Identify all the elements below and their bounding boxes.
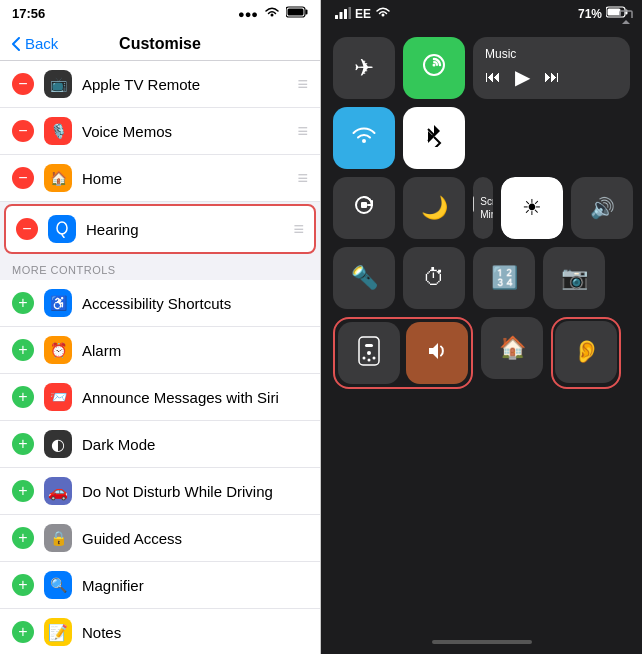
accessibility-label: Accessibility Shortcuts <box>82 295 308 312</box>
svg-rect-6 <box>344 9 347 19</box>
list-item-notes[interactable]: + 📝 Notes <box>0 609 320 654</box>
add-magnifier-button[interactable]: + <box>12 574 34 596</box>
remove-voice-memos-button[interactable]: − <box>12 120 34 142</box>
dnd-tile[interactable]: 🌙 <box>403 177 465 239</box>
volume-tile[interactable]: 🔊 <box>571 177 633 239</box>
list-item-magnifier[interactable]: + 🔍 Magnifier <box>0 562 320 609</box>
list-item-dark-mode[interactable]: + ◐ Dark Mode <box>0 421 320 468</box>
svg-rect-4 <box>335 15 338 19</box>
back-button[interactable]: Back <box>12 35 58 52</box>
play-icon[interactable]: ▶ <box>515 65 530 89</box>
drag-handle-home[interactable]: ≡ <box>297 168 308 189</box>
svg-point-23 <box>368 358 371 361</box>
svg-rect-1 <box>306 10 308 15</box>
drag-handle-apple-tv[interactable]: ≡ <box>297 74 308 95</box>
add-guided-access-button[interactable]: + <box>12 527 34 549</box>
cc-row-4: 🏠 👂 <box>333 317 630 389</box>
list-item-alarm[interactable]: + ⏰ Alarm <box>0 327 320 374</box>
list-item-apple-tv[interactable]: − 📺 Apple TV Remote ≡ <box>0 61 320 108</box>
bluetooth-tile[interactable] <box>403 107 465 169</box>
notes-icon: 📝 <box>44 618 72 646</box>
calculator-icon: 🔢 <box>491 265 518 291</box>
screen-mirroring-tile[interactable]: ScreenMirroring <box>473 177 493 239</box>
more-controls-list: + ♿ Accessibility Shortcuts + ⏰ Alarm + … <box>0 280 320 654</box>
airplane-tile[interactable]: ✈ <box>333 37 395 99</box>
tv-remote-icon <box>358 336 380 371</box>
hearing-icon <box>48 215 76 243</box>
add-alarm-button[interactable]: + <box>12 339 34 361</box>
apple-tv-icon: 📺 <box>44 70 72 98</box>
guided-access-label: Guided Access <box>82 530 308 547</box>
wifi-tile[interactable] <box>333 107 395 169</box>
hearing-highlight: 👂 <box>551 317 621 389</box>
carrier-label: EE <box>355 7 371 21</box>
dnd-driving-label: Do Not Disturb While Driving <box>82 483 308 500</box>
torch-tile[interactable]: 🔦 <box>333 247 395 309</box>
alarm-icon: ⏰ <box>44 336 72 364</box>
svg-rect-16 <box>361 202 367 208</box>
drag-handle-hearing[interactable]: ≡ <box>293 219 304 240</box>
more-controls-header: MORE CONTROLS <box>0 256 320 280</box>
list-item-accessibility[interactable]: + ♿ Accessibility Shortcuts <box>0 280 320 327</box>
list-item-home[interactable]: − 🏠 Home ≡ <box>0 155 320 202</box>
cc-row-3: 🔦 ⏱ 🔢 📷 <box>333 247 630 309</box>
add-accessibility-button[interactable]: + <box>12 292 34 314</box>
svg-rect-5 <box>340 12 343 19</box>
home-icon: 🏠 <box>44 164 72 192</box>
svg-point-20 <box>367 351 371 355</box>
home-tile[interactable]: 🏠 <box>481 317 543 379</box>
dnd-icon: 🌙 <box>421 195 448 221</box>
cellular-tile[interactable] <box>403 37 465 99</box>
remove-apple-tv-button[interactable]: − <box>12 73 34 95</box>
add-dnd-driving-button[interactable]: + <box>12 480 34 502</box>
nav-bar: Back Customise <box>0 27 320 61</box>
list-item-voice-memos[interactable]: − 🎙️ Voice Memos ≡ <box>0 108 320 155</box>
home-indicator <box>432 640 532 644</box>
list-item-guided-access[interactable]: + 🔒 Guided Access <box>0 515 320 562</box>
music-tile[interactable]: Music ⏮ ▶ ⏭ <box>473 37 630 99</box>
svg-rect-19 <box>365 344 373 347</box>
hearing-tile[interactable]: 👂 <box>555 321 617 383</box>
sound-recognition-tile[interactable] <box>406 322 468 384</box>
list-item-dnd-driving[interactable]: + 🚗 Do Not Disturb While Driving <box>0 468 320 515</box>
next-track-icon[interactable]: ⏭ <box>544 68 560 86</box>
highlighted-group <box>333 317 473 389</box>
add-announce-button[interactable]: + <box>12 386 34 408</box>
drag-handle-voice-memos[interactable]: ≡ <box>297 121 308 142</box>
magnifier-label: Magnifier <box>82 577 308 594</box>
right-panel: EE 71% ✈ <box>321 0 642 654</box>
wifi-right-icon <box>375 6 391 21</box>
battery-icon <box>286 6 308 21</box>
list-item-announce[interactable]: + 📨 Announce Messages with Siri <box>0 374 320 421</box>
remove-hearing-button[interactable]: − <box>16 218 38 240</box>
rotation-lock-tile[interactable] <box>333 177 395 239</box>
dark-mode-icon: ◐ <box>44 430 72 458</box>
volume-icon: 🔊 <box>590 196 615 220</box>
control-center-grid: ✈ <box>321 27 642 634</box>
timer-tile[interactable]: ⏱ <box>403 247 465 309</box>
remove-home-button[interactable]: − <box>12 167 34 189</box>
alarm-label: Alarm <box>82 342 308 359</box>
add-notes-button[interactable]: + <box>12 621 34 643</box>
tv-remote-tile[interactable] <box>338 322 400 384</box>
left-panel: 17:56 ●●● Back Customise − 📺 Apple TV Re… <box>0 0 321 654</box>
wifi-icon <box>264 6 280 21</box>
add-dark-mode-button[interactable]: + <box>12 433 34 455</box>
home-tile-icon: 🏠 <box>499 335 526 361</box>
time: 17:56 <box>12 6 45 21</box>
screen-mirroring-icon <box>473 195 474 222</box>
signal-icon: ●●● <box>238 8 258 20</box>
camera-tile[interactable]: 📷 <box>543 247 605 309</box>
list-item-hearing[interactable]: − Hearing ≡ <box>4 204 316 254</box>
svg-point-3 <box>57 222 67 234</box>
dark-mode-label: Dark Mode <box>82 436 308 453</box>
calculator-tile[interactable]: 🔢 <box>473 247 535 309</box>
connectivity-block: ✈ <box>333 37 465 169</box>
svg-point-21 <box>363 356 366 359</box>
page-title: Customise <box>119 35 201 53</box>
music-controls: ⏮ ▶ ⏭ <box>485 65 618 89</box>
wifi-tile-icon <box>350 123 378 153</box>
prev-track-icon[interactable]: ⏮ <box>485 68 501 86</box>
brightness-tile[interactable]: ☀ <box>501 177 563 239</box>
hearing-label: Hearing <box>86 221 283 238</box>
